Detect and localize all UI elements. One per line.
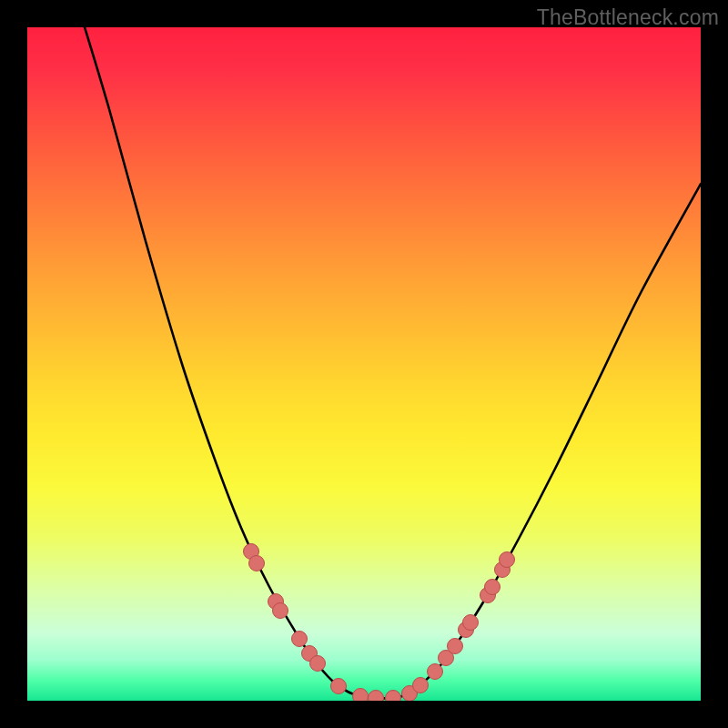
data-dot <box>273 603 288 619</box>
data-dot <box>463 615 479 631</box>
data-dot <box>292 632 308 647</box>
data-dot <box>353 689 369 702</box>
data-dot <box>485 580 500 595</box>
chart-frame: TheBottleneck.com <box>0 0 728 728</box>
data-dot <box>413 678 429 693</box>
plot-area <box>27 27 701 701</box>
data-dot <box>448 639 463 654</box>
data-dot <box>249 556 265 571</box>
data-dot <box>369 691 384 702</box>
bottleneck-curve <box>82 27 701 698</box>
data-dot <box>310 656 326 672</box>
data-dot <box>386 691 401 702</box>
curve-line <box>82 27 701 698</box>
data-dots <box>244 544 515 702</box>
data-dot <box>428 664 443 680</box>
data-dot <box>331 679 347 694</box>
watermark-text: TheBottleneck.com <box>537 5 719 30</box>
data-dot <box>500 552 515 568</box>
curve-svg <box>27 27 701 701</box>
